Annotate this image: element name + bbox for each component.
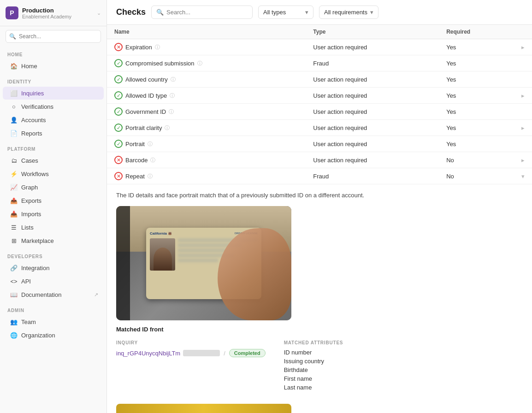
sidebar-item-imports[interactable]: 📥 Imports xyxy=(3,207,104,220)
sidebar: P Production Enablement Academy ⌄ 🔍 HOME… xyxy=(0,0,107,413)
sidebar-item-api[interactable]: <> API xyxy=(3,275,104,288)
sidebar-item-marketplace[interactable]: ⊞ Marketplace xyxy=(3,234,104,247)
table-row[interactable]: ✓ Government ID ⓘ User action required Y… xyxy=(107,104,532,120)
success-status-icon: ✓ xyxy=(114,91,123,100)
success-status-icon: ✓ xyxy=(114,124,123,132)
table-row[interactable]: ✕ Barcode ⓘ User action required No ▸ xyxy=(107,152,532,168)
sidebar-item-documentation[interactable]: 📖 Documentation ↗ xyxy=(3,288,104,301)
info-icon[interactable]: ⓘ xyxy=(150,157,155,164)
exports-icon: 📤 xyxy=(10,197,18,204)
expand-icon[interactable]: ▾ xyxy=(521,173,525,180)
requirements-filter-select[interactable]: All requirements ▾ xyxy=(319,6,378,19)
arrow-right-icon[interactable]: ▸ xyxy=(521,92,525,99)
sidebar-item-verifications[interactable]: ○ Verifications xyxy=(3,100,104,113)
imports-icon: 📥 xyxy=(10,210,18,218)
matched-attribute-item: ID number xyxy=(284,349,343,356)
matched-attribute-item: First name xyxy=(284,375,343,382)
app-subtitle: Enablement Academy xyxy=(22,14,71,19)
sidebar-item-cases[interactable]: 🗂 Cases xyxy=(3,154,104,167)
table-row[interactable]: ✓ Allowed country ⓘ User action required… xyxy=(107,71,532,88)
check-name-text: Barcode xyxy=(125,157,148,164)
table-row[interactable]: ✓ Portrait clarity ⓘ User action require… xyxy=(107,120,532,136)
check-required: Yes xyxy=(439,39,514,55)
check-required: Yes xyxy=(439,55,514,71)
sidebar-item-home[interactable]: 🏠 Home xyxy=(3,59,104,72)
sidebar-header[interactable]: P Production Enablement Academy ⌄ xyxy=(0,0,106,26)
check-name: ✕ Repeat ⓘ xyxy=(114,172,298,180)
error-status-icon: ✕ xyxy=(114,172,123,180)
table-row[interactable]: ✓ Compromised submission ⓘ Fraud Yes xyxy=(107,55,532,71)
info-icon[interactable]: ⓘ xyxy=(171,76,176,83)
check-name-text: Allowed ID type xyxy=(125,92,167,99)
check-type: User action required xyxy=(306,152,439,168)
arrow-right-icon[interactable]: ▸ xyxy=(521,124,525,131)
inquiry-id-blurred xyxy=(183,350,220,356)
platform-section-label: PLATFORM xyxy=(0,145,106,153)
check-action: ▸ xyxy=(514,152,532,168)
sidebar-item-team[interactable]: 👥 Team xyxy=(3,315,104,328)
check-required: Yes xyxy=(439,104,514,120)
main-header: Checks 🔍 All types ▾ All requirements ▾ xyxy=(107,0,532,25)
check-required: No xyxy=(439,168,514,184)
check-type: User action required xyxy=(306,88,439,104)
identity-section-label: IDENTITY xyxy=(0,77,106,86)
sidebar-item-accounts[interactable]: 👤 Accounts xyxy=(3,113,104,126)
check-name: ✓ Portrait clarity ⓘ xyxy=(114,124,298,132)
info-icon[interactable]: ⓘ xyxy=(170,92,175,99)
check-name-text: Portrait clarity xyxy=(125,124,162,131)
matched-id-label: Matched ID front xyxy=(116,326,523,333)
error-status-icon: ✕ xyxy=(114,43,123,51)
arrow-right-icon[interactable]: ▸ xyxy=(521,44,525,51)
accounts-icon: 👤 xyxy=(10,116,18,124)
search-input[interactable] xyxy=(6,30,101,43)
table-row[interactable]: ✓ Portrait ⓘ User action required Yes xyxy=(107,136,532,152)
checks-table-container: Name Type Required ✕ Expiration ⓘ User a… xyxy=(107,25,532,184)
arrow-right-icon[interactable]: ▸ xyxy=(521,157,525,164)
check-action: ▸ xyxy=(514,39,532,55)
success-status-icon: ✓ xyxy=(114,75,123,83)
sidebar-item-exports[interactable]: 📤 Exports xyxy=(3,194,104,207)
table-row[interactable]: ✕ Expiration ⓘ User action required Yes … xyxy=(107,39,532,55)
matched-attribute-item: Issuing country xyxy=(284,358,343,365)
chevron-down-icon: ⌄ xyxy=(97,10,101,16)
success-status-icon: ✓ xyxy=(114,140,123,148)
sidebar-item-label: Workflows xyxy=(21,171,49,177)
check-name-text: Allowed country xyxy=(125,76,168,83)
search-icon: 🔍 xyxy=(9,33,16,40)
inquiry-id-link[interactable]: inq_rGP4UnycqNbijLTm xyxy=(116,350,180,357)
sidebar-item-lists[interactable]: ☰ Lists xyxy=(3,221,104,234)
workflows-icon: ⚡ xyxy=(10,170,18,177)
cases-icon: 🗂 xyxy=(10,157,18,164)
sidebar-item-label: API xyxy=(21,278,31,285)
info-icon[interactable]: ⓘ xyxy=(165,124,170,131)
sidebar-item-inquiries[interactable]: ⬜ Inquiries xyxy=(3,87,104,100)
col-type-header: Type xyxy=(306,25,439,39)
integration-icon: 🔗 xyxy=(10,264,18,271)
check-required: Yes xyxy=(439,136,514,152)
sidebar-item-integration[interactable]: 🔗 Integration xyxy=(3,261,104,274)
page-title: Checks xyxy=(116,7,146,17)
main-search-input[interactable] xyxy=(166,9,248,16)
table-row[interactable]: ✓ Allowed ID type ⓘ User action required… xyxy=(107,88,532,104)
table-row[interactable]: ✕ Repeat ⓘ Fraud No ▾ xyxy=(107,168,532,184)
detail-note: The ID details and face portrait match t… xyxy=(116,192,523,199)
check-name: ✓ Portrait ⓘ xyxy=(114,140,298,148)
info-icon[interactable]: ⓘ xyxy=(169,108,174,115)
chevron-down-icon: ▾ xyxy=(370,9,373,16)
info-icon[interactable]: ⓘ xyxy=(148,173,153,180)
check-action xyxy=(514,104,532,120)
check-action: ▾ xyxy=(514,168,532,184)
check-name: ✕ Barcode ⓘ xyxy=(114,156,298,164)
sidebar-item-label: Integration xyxy=(21,265,49,271)
sidebar-item-workflows[interactable]: ⚡ Workflows xyxy=(3,167,104,180)
type-filter-select[interactable]: All types ▾ xyxy=(258,6,313,19)
check-type: User action required xyxy=(306,120,439,136)
sidebar-item-reports[interactable]: 📄 Reports xyxy=(3,127,104,140)
check-type: User action required xyxy=(306,39,439,55)
sidebar-item-organization[interactable]: 🌐 Organization xyxy=(3,329,104,342)
info-icon[interactable]: ⓘ xyxy=(148,141,153,148)
info-icon[interactable]: ⓘ xyxy=(155,44,160,51)
info-icon[interactable]: ⓘ xyxy=(197,60,202,67)
sidebar-item-label: Imports xyxy=(21,211,41,218)
sidebar-item-graph[interactable]: 📈 Graph xyxy=(3,181,104,194)
